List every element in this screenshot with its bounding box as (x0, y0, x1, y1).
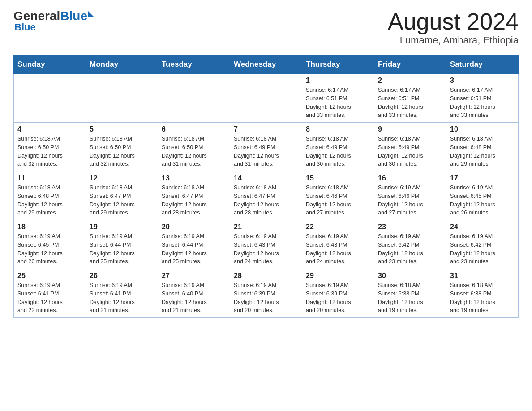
calendar-cell (86, 74, 158, 123)
calendar-cell: 9Sunrise: 6:18 AMSunset: 6:49 PMDaylight… (374, 123, 446, 171)
day-info: Sunrise: 6:17 AMSunset: 6:51 PMDaylight:… (378, 86, 442, 120)
day-number: 3 (450, 77, 515, 85)
location-subtitle: Lumame, Amhara, Ethiopia (388, 34, 519, 46)
day-number: 15 (306, 174, 370, 182)
calendar-cell: 17Sunrise: 6:19 AMSunset: 6:45 PMDayligh… (446, 171, 519, 220)
day-number: 27 (162, 272, 226, 280)
week-row-1: 1Sunrise: 6:17 AMSunset: 6:51 PMDaylight… (14, 74, 519, 123)
week-row-5: 25Sunrise: 6:19 AMSunset: 6:41 PMDayligh… (14, 269, 519, 318)
week-row-4: 18Sunrise: 6:19 AMSunset: 6:45 PMDayligh… (14, 220, 519, 269)
day-info: Sunrise: 6:17 AMSunset: 6:51 PMDaylight:… (306, 86, 370, 120)
day-header-sunday: Sunday (14, 56, 86, 74)
day-info: Sunrise: 6:18 AMSunset: 6:50 PMDaylight:… (17, 135, 82, 168)
day-info: Sunrise: 6:19 AMSunset: 6:44 PMDaylight:… (162, 232, 226, 266)
logo: General Blue Blue (13, 9, 94, 33)
day-number: 19 (90, 223, 154, 231)
calendar-cell: 25Sunrise: 6:19 AMSunset: 6:41 PMDayligh… (14, 269, 86, 318)
day-info: Sunrise: 6:19 AMSunset: 6:39 PMDaylight:… (306, 281, 370, 315)
day-info: Sunrise: 6:19 AMSunset: 6:42 PMDaylight:… (450, 232, 515, 266)
day-info: Sunrise: 6:19 AMSunset: 6:40 PMDaylight:… (162, 281, 226, 315)
calendar-cell: 23Sunrise: 6:19 AMSunset: 6:42 PMDayligh… (374, 220, 446, 269)
day-info: Sunrise: 6:18 AMSunset: 6:49 PMDaylight:… (378, 135, 442, 168)
calendar-cell (230, 74, 302, 123)
calendar-cell: 13Sunrise: 6:18 AMSunset: 6:47 PMDayligh… (158, 171, 230, 220)
calendar-cell: 12Sunrise: 6:18 AMSunset: 6:47 PMDayligh… (86, 171, 158, 220)
day-number: 13 (162, 174, 226, 182)
day-info: Sunrise: 6:18 AMSunset: 6:50 PMDaylight:… (90, 135, 154, 168)
calendar-cell: 30Sunrise: 6:18 AMSunset: 6:38 PMDayligh… (374, 269, 446, 318)
day-header-tuesday: Tuesday (158, 56, 230, 74)
day-info: Sunrise: 6:18 AMSunset: 6:47 PMDaylight:… (234, 184, 298, 217)
calendar-cell: 26Sunrise: 6:19 AMSunset: 6:41 PMDayligh… (86, 269, 158, 318)
title-block: August 2024 Lumame, Amhara, Ethiopia (388, 9, 519, 46)
day-number: 14 (234, 174, 298, 182)
day-number: 2 (378, 77, 442, 85)
day-info: Sunrise: 6:19 AMSunset: 6:45 PMDaylight:… (450, 184, 515, 217)
day-number: 10 (450, 125, 515, 133)
day-info: Sunrise: 6:18 AMSunset: 6:49 PMDaylight:… (306, 135, 370, 168)
calendar-cell: 4Sunrise: 6:18 AMSunset: 6:50 PMDaylight… (14, 123, 86, 171)
day-info: Sunrise: 6:18 AMSunset: 6:38 PMDaylight:… (450, 281, 515, 315)
day-number: 29 (306, 272, 370, 280)
day-number: 12 (90, 174, 154, 182)
day-info: Sunrise: 6:19 AMSunset: 6:41 PMDaylight:… (90, 281, 154, 315)
day-number: 6 (162, 125, 226, 133)
calendar-cell: 5Sunrise: 6:18 AMSunset: 6:50 PMDaylight… (86, 123, 158, 171)
calendar-cell: 28Sunrise: 6:19 AMSunset: 6:39 PMDayligh… (230, 269, 302, 318)
calendar-cell: 24Sunrise: 6:19 AMSunset: 6:42 PMDayligh… (446, 220, 519, 269)
calendar-cell: 31Sunrise: 6:18 AMSunset: 6:38 PMDayligh… (446, 269, 519, 318)
day-info: Sunrise: 6:18 AMSunset: 6:47 PMDaylight:… (162, 184, 226, 217)
calendar-cell: 14Sunrise: 6:18 AMSunset: 6:47 PMDayligh… (230, 171, 302, 220)
day-info: Sunrise: 6:19 AMSunset: 6:42 PMDaylight:… (378, 232, 442, 266)
month-year-title: August 2024 (388, 9, 519, 34)
day-info: Sunrise: 6:19 AMSunset: 6:44 PMDaylight:… (90, 232, 154, 266)
day-number: 16 (378, 174, 442, 182)
day-header-friday: Friday (374, 56, 446, 74)
calendar-cell: 7Sunrise: 6:18 AMSunset: 6:49 PMDaylight… (230, 123, 302, 171)
day-info: Sunrise: 6:18 AMSunset: 6:49 PMDaylight:… (234, 135, 298, 168)
day-number: 1 (306, 77, 370, 85)
logo-subtitle: Blue (14, 21, 36, 33)
week-row-3: 11Sunrise: 6:18 AMSunset: 6:48 PMDayligh… (14, 171, 519, 220)
day-info: Sunrise: 6:18 AMSunset: 6:46 PMDaylight:… (306, 184, 370, 217)
day-info: Sunrise: 6:18 AMSunset: 6:48 PMDaylight:… (17, 184, 82, 217)
day-number: 4 (17, 125, 82, 133)
day-info: Sunrise: 6:19 AMSunset: 6:43 PMDaylight:… (306, 232, 370, 266)
day-number: 11 (17, 174, 82, 182)
day-info: Sunrise: 6:19 AMSunset: 6:43 PMDaylight:… (234, 232, 298, 266)
calendar-cell (14, 74, 86, 123)
day-number: 26 (90, 272, 154, 280)
calendar-cell: 20Sunrise: 6:19 AMSunset: 6:44 PMDayligh… (158, 220, 230, 269)
day-info: Sunrise: 6:19 AMSunset: 6:41 PMDaylight:… (17, 281, 82, 315)
calendar-cell (158, 74, 230, 123)
logo-blue-text: Blue (60, 9, 87, 23)
day-info: Sunrise: 6:18 AMSunset: 6:38 PMDaylight:… (378, 281, 442, 315)
day-number: 7 (234, 125, 298, 133)
day-header-wednesday: Wednesday (230, 56, 302, 74)
week-row-2: 4Sunrise: 6:18 AMSunset: 6:50 PMDaylight… (14, 123, 519, 171)
day-number: 17 (450, 174, 515, 182)
day-info: Sunrise: 6:18 AMSunset: 6:50 PMDaylight:… (162, 135, 226, 168)
calendar-cell: 11Sunrise: 6:18 AMSunset: 6:48 PMDayligh… (14, 171, 86, 220)
day-number: 9 (378, 125, 442, 133)
day-header-saturday: Saturday (446, 56, 519, 74)
calendar-header-row: SundayMondayTuesdayWednesdayThursdayFrid… (14, 56, 519, 74)
day-number: 20 (162, 223, 226, 231)
day-header-thursday: Thursday (302, 56, 374, 74)
day-info: Sunrise: 6:18 AMSunset: 6:48 PMDaylight:… (450, 135, 515, 168)
calendar-cell: 2Sunrise: 6:17 AMSunset: 6:51 PMDaylight… (374, 74, 446, 123)
calendar-cell: 27Sunrise: 6:19 AMSunset: 6:40 PMDayligh… (158, 269, 230, 318)
day-number: 28 (234, 272, 298, 280)
day-number: 24 (450, 223, 515, 231)
day-number: 22 (306, 223, 370, 231)
day-number: 30 (378, 272, 442, 280)
calendar-cell: 22Sunrise: 6:19 AMSunset: 6:43 PMDayligh… (302, 220, 374, 269)
day-number: 23 (378, 223, 442, 231)
day-info: Sunrise: 6:17 AMSunset: 6:51 PMDaylight:… (450, 86, 515, 120)
day-info: Sunrise: 6:18 AMSunset: 6:47 PMDaylight:… (90, 184, 154, 217)
calendar-cell: 3Sunrise: 6:17 AMSunset: 6:51 PMDaylight… (446, 74, 519, 123)
day-number: 25 (17, 272, 82, 280)
calendar-cell: 29Sunrise: 6:19 AMSunset: 6:39 PMDayligh… (302, 269, 374, 318)
calendar-cell: 15Sunrise: 6:18 AMSunset: 6:46 PMDayligh… (302, 171, 374, 220)
day-info: Sunrise: 6:19 AMSunset: 6:45 PMDaylight:… (17, 232, 82, 266)
